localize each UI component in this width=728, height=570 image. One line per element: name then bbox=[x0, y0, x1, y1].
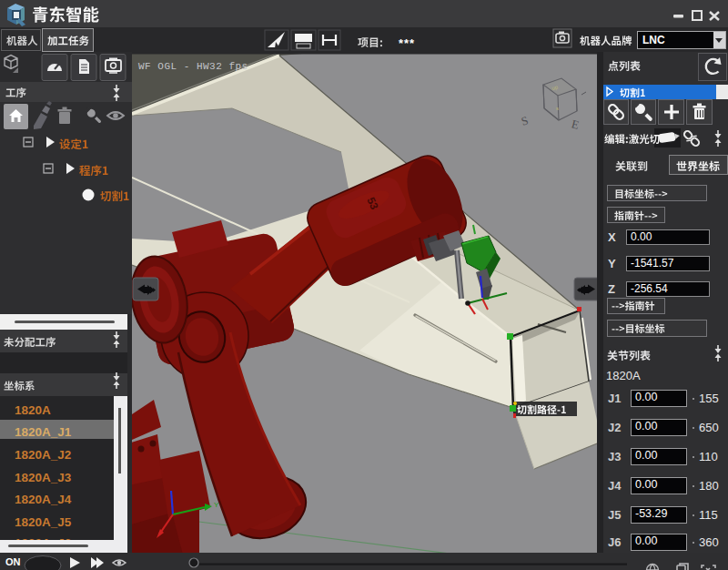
svg-text:s: s bbox=[556, 106, 559, 111]
svg-text:WF OGL - HW32 fps: WF OGL - HW32 fps bbox=[138, 61, 248, 72]
svg-text:Y: Y bbox=[214, 501, 219, 509]
